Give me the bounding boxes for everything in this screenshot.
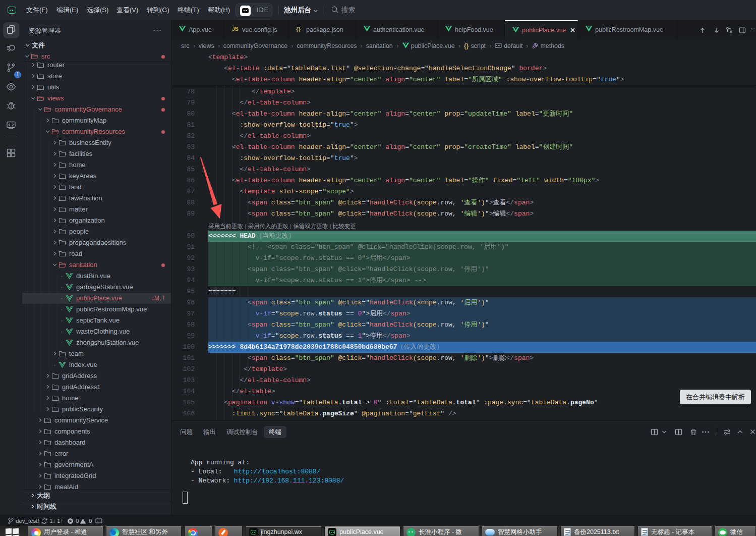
svg-text:JS: JS [232, 26, 239, 32]
svg-text:{}: {} [296, 26, 301, 32]
